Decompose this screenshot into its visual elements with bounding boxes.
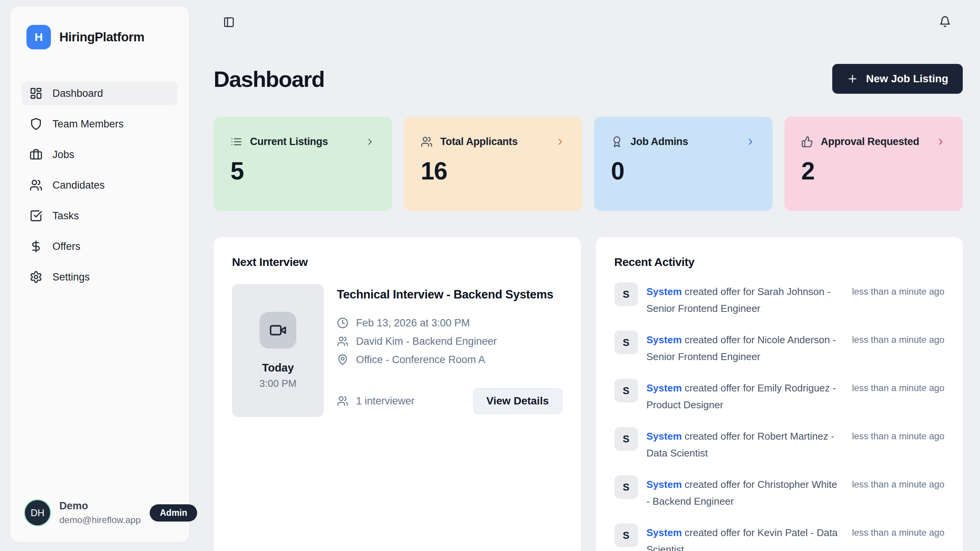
sidebar-item-offers[interactable]: Offers	[22, 235, 178, 258]
content: Dashboard New Job Listing Current Listin…	[189, 64, 980, 551]
gear-icon	[29, 271, 42, 284]
activity-item: S System created offer for Emily Rodrigu…	[614, 379, 945, 413]
sidebar-item-label: Tasks	[52, 210, 79, 222]
users-icon	[421, 136, 433, 148]
sidebar-item-jobs[interactable]: Jobs	[22, 143, 178, 166]
users-icon	[337, 336, 348, 347]
sidebar-item-candidates[interactable]: Candidates	[22, 173, 178, 197]
activity-list: S System created offer for Sarah Johnson…	[614, 282, 945, 551]
sidebar-item-label: Dashboard	[52, 88, 103, 99]
users-icon	[337, 395, 348, 407]
lower-panels: Next Interview Today 3:00 PM Technical I…	[214, 237, 963, 551]
interview-title: Technical Interview - Backend Systems	[337, 285, 559, 304]
user-profile[interactable]: DH Demo demo@hireflow.app Admin	[22, 500, 178, 525]
video-camera-icon	[269, 321, 287, 339]
list-icon	[230, 136, 242, 148]
activity-avatar: S	[614, 523, 638, 547]
thumbs-up-icon	[801, 136, 813, 148]
bell-icon	[939, 16, 951, 28]
plus-icon	[847, 73, 858, 85]
layout-dashboard-icon	[29, 87, 42, 100]
clock-icon	[337, 317, 348, 329]
chevron-right-icon	[365, 137, 375, 147]
stat-card-approval-requested[interactable]: Approval Requested 2	[784, 117, 963, 211]
user-meta: Demo demo@hireflow.app	[59, 500, 140, 525]
activity-actor-link[interactable]: System	[647, 286, 682, 297]
app-logo-row: H HiringPlatform	[22, 25, 178, 49]
activity-timestamp: less than a minute ago	[852, 475, 945, 490]
user-email: demo@hireflow.app	[59, 515, 140, 525]
sidebar-item-label: Jobs	[52, 149, 74, 161]
shield-icon	[29, 117, 42, 130]
stats-row: Current Listings 5 Total Applicants 16 J…	[214, 117, 963, 211]
activity-timestamp: less than a minute ago	[852, 331, 945, 345]
main-area: Dashboard New Job Listing Current Listin…	[189, 0, 980, 551]
activity-item: S System created offer for Christopher W…	[614, 475, 945, 510]
sidebar-toggle-button[interactable]	[221, 15, 237, 30]
stat-label: Total Applicants	[440, 136, 547, 148]
sidebar-item-settings[interactable]: Settings	[22, 265, 178, 289]
stat-value: 5	[230, 157, 375, 185]
sidebar-item-label: Offers	[52, 241, 80, 253]
view-details-button[interactable]: View Details	[473, 388, 562, 414]
interview-candidate: David Kim - Backend Engineer	[356, 336, 497, 347]
activity-item: S System created offer for Nicole Anders…	[614, 331, 945, 365]
sidebar-item-label: Team Members	[52, 118, 124, 130]
activity-avatar: S	[614, 475, 638, 499]
new-job-listing-button[interactable]: New Job Listing	[832, 64, 963, 94]
interview-location: Office - Conference Room A	[356, 354, 485, 366]
app-name: HiringPlatform	[59, 30, 144, 44]
activity-actor-link[interactable]: System	[647, 382, 682, 394]
notifications-button[interactable]	[937, 14, 952, 29]
activity-actor-link[interactable]: System	[647, 479, 682, 490]
avatar: DH	[25, 500, 50, 525]
interview-datetime: Feb 13, 2026 at 3:00 PM	[356, 317, 470, 329]
stat-card-current-listings[interactable]: Current Listings 5	[214, 117, 392, 211]
activity-timestamp: less than a minute ago	[852, 282, 945, 297]
activity-avatar: S	[614, 427, 638, 451]
activity-item: S System created offer for Kevin Patel -…	[614, 523, 945, 551]
map-pin-icon	[337, 354, 348, 365]
sidebar-nav: Dashboard Team Members Jobs Candidates T…	[22, 82, 178, 289]
sidebar-item-dashboard[interactable]: Dashboard	[22, 82, 178, 105]
users-icon	[29, 179, 42, 192]
sidebar: H HiringPlatform Dashboard Team Members …	[10, 6, 189, 543]
activity-actor-link[interactable]: System	[647, 430, 682, 442]
sidebar-item-tasks[interactable]: Tasks	[22, 204, 178, 228]
user-name: Demo	[59, 500, 140, 512]
recent-activity-panel: Recent Activity S System created offer f…	[596, 237, 963, 551]
stat-value: 0	[611, 157, 756, 185]
interview-candidate-row: David Kim - Backend Engineer	[337, 332, 562, 350]
stat-label: Job Admins	[630, 136, 738, 148]
recent-activity-title: Recent Activity	[614, 256, 945, 269]
interview-time-label: 3:00 PM	[260, 378, 297, 390]
sidebar-item-label: Candidates	[52, 179, 105, 191]
activity-timestamp: less than a minute ago	[852, 379, 945, 393]
new-job-listing-label: New Job Listing	[866, 73, 948, 85]
stat-label: Approval Requested	[821, 136, 928, 148]
chevron-right-icon	[936, 137, 946, 147]
interviewer-count-row: 1 interviewer	[337, 392, 415, 410]
interview-day-label: Today	[262, 362, 294, 374]
activity-item: S System created offer for Sarah Johnson…	[614, 282, 945, 317]
activity-avatar: S	[614, 282, 638, 306]
interview-thumbnail: Today 3:00 PM	[232, 284, 324, 417]
chevron-right-icon	[555, 137, 565, 147]
page-header: Dashboard New Job Listing	[214, 64, 963, 94]
stat-card-total-applicants[interactable]: Total Applicants 16	[404, 117, 582, 211]
stat-card-job-admins[interactable]: Job Admins 0	[594, 117, 773, 211]
interview-location-row: Office - Conference Room A	[337, 350, 562, 369]
sidebar-item-team-members[interactable]: Team Members	[22, 112, 178, 136]
stat-label: Current Listings	[250, 136, 357, 148]
interviewer-count: 1 interviewer	[356, 395, 415, 407]
stat-value: 16	[421, 157, 565, 185]
briefcase-icon	[29, 148, 42, 161]
activity-timestamp: less than a minute ago	[852, 523, 945, 538]
interview-datetime-row: Feb 13, 2026 at 3:00 PM	[337, 314, 562, 332]
activity-actor-link[interactable]: System	[647, 527, 682, 538]
stat-value: 2	[801, 157, 946, 185]
activity-actor-link[interactable]: System	[647, 334, 682, 346]
next-interview-title: Next Interview	[232, 256, 562, 269]
app-logo: H	[26, 25, 51, 49]
panel-left-icon	[223, 16, 235, 28]
